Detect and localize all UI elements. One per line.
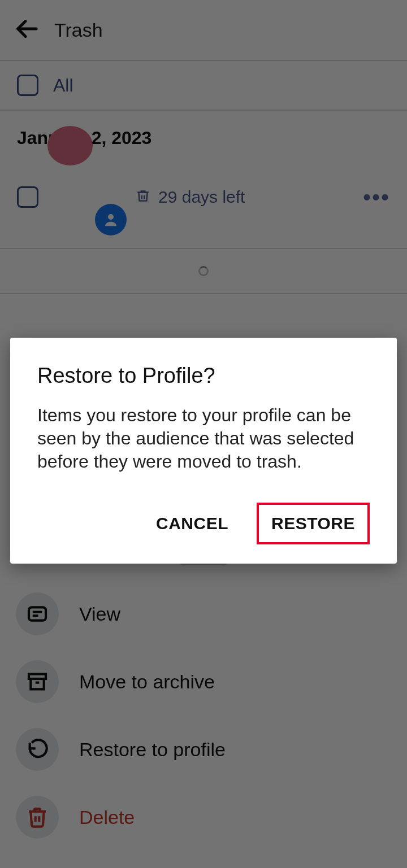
- dialog-actions: CANCEL RESTORE: [37, 503, 370, 544]
- dialog-title: Restore to Profile?: [37, 364, 370, 388]
- restore-button[interactable]: RESTORE: [257, 503, 370, 544]
- dialog-body: Items you restore to your profile can be…: [37, 404, 370, 473]
- cancel-button[interactable]: CANCEL: [147, 507, 237, 540]
- restore-dialog: Restore to Profile? Items you restore to…: [10, 338, 397, 564]
